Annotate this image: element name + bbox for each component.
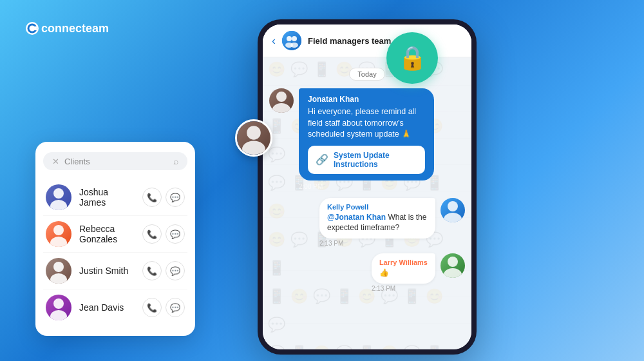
contact-name: Rebecca Gonzales (79, 224, 135, 244)
sender-name: Jonatan Khan (308, 95, 425, 104)
contact-actions: 📞 💬 (142, 188, 185, 207)
larry-avatar (440, 253, 465, 278)
phone-mockup: 😊💬📱😊💬📱😊💬📱 📱😊💬📱😊💬📱😊💬 💬📱😊💬📱😊💬📱😊 😊💬📱😊💬📱😊💬📱 … (258, 19, 477, 355)
message-time: 2:08 PM (299, 183, 434, 190)
svg-rect-2 (34, 26, 37, 30)
contact-actions: 📞 💬 (142, 261, 185, 280)
svg-point-5 (50, 200, 67, 210)
contact-actions: 📞 💬 (142, 298, 185, 317)
contact-panel: ✕ Clients ⌕ Joshua James 📞 💬 Rebecca Gon… (35, 142, 195, 336)
channel-name: Field managers team (308, 36, 391, 46)
message-text: Hi everyone, please remind all field sta… (308, 106, 425, 141)
search-icon[interactable]: ⌕ (173, 156, 178, 166)
svg-point-19 (276, 92, 287, 102)
contact-name: Jean Davis (79, 302, 135, 313)
svg-point-22 (444, 213, 462, 222)
search-text: Clients (64, 157, 168, 166)
kelly-message-text: @Jonatan Khan What is the expected timef… (327, 212, 428, 234)
incoming-message-kelly: Kelly Powell @Jonatan Khan What is the e… (269, 198, 465, 248)
date-divider: Today (269, 68, 465, 81)
link-label: System Update Instructions (334, 151, 417, 169)
phone-screen: 😊💬📱😊💬📱😊💬📱 📱😊💬📱😊💬📱😊💬 💬📱😊💬📱😊💬📱😊 😊💬📱😊💬📱😊💬📱 … (263, 24, 471, 349)
contact-item: Rebecca Gonzales 📞 💬 (43, 216, 187, 253)
larry-message-time: 2:13 PM (372, 285, 435, 292)
back-button[interactable]: ‹ (272, 34, 276, 48)
svg-point-10 (53, 298, 64, 309)
chat-area: Today Jonatan Khan Hi everyone, please (263, 57, 471, 349)
logo-svg: connecteam (26, 18, 109, 39)
larry-sender-name: Larry Williams (379, 259, 428, 266)
svg-point-11 (50, 310, 67, 320)
sender-avatar (269, 88, 294, 113)
outgoing-message: Jonatan Khan Hi everyone, please remind … (269, 88, 465, 190)
message-button[interactable]: 💬 (166, 261, 185, 280)
contact-item: Justin Smith 📞 💬 (43, 253, 187, 289)
message-button[interactable]: 💬 (166, 298, 185, 317)
jonatan-avatar (235, 119, 272, 157)
svg-point-15 (287, 36, 292, 41)
team-avatar (282, 31, 301, 50)
svg-point-13 (242, 141, 265, 157)
clear-search-icon[interactable]: ✕ (52, 157, 59, 166)
svg-point-24 (444, 268, 462, 278)
call-button[interactable]: 📞 (142, 188, 162, 207)
kelly-sender-name: Kelly Powell (327, 203, 428, 211)
svg-point-6 (53, 225, 64, 235)
contact-name: Joshua James (79, 187, 135, 208)
link-icon: 🔗 (316, 153, 328, 166)
call-button[interactable]: 📞 (142, 298, 162, 317)
avatar (46, 221, 71, 247)
lock-icon: 🔒 (398, 44, 427, 72)
message-button[interactable]: 💬 (166, 224, 185, 244)
svg-point-23 (448, 257, 458, 267)
contact-name: Justin Smith (79, 266, 135, 276)
svg-point-20 (272, 103, 290, 113)
contact-actions: 📞 💬 (142, 224, 185, 244)
kelly-message-time: 2:13 PM (319, 240, 435, 247)
search-bar[interactable]: ✕ Clients ⌕ (43, 152, 187, 170)
larry-message-text: 👍 (379, 268, 428, 278)
avatar (46, 258, 71, 284)
svg-point-16 (292, 36, 297, 41)
link-attachment[interactable]: 🔗 System Update Instructions (308, 146, 425, 174)
logo: connecteam (26, 18, 109, 39)
kelly-avatar (440, 198, 465, 222)
svg-point-4 (53, 188, 64, 199)
avatar (46, 295, 71, 320)
message-button[interactable]: 💬 (166, 188, 185, 207)
call-button[interactable]: 📞 (142, 224, 162, 244)
svg-point-7 (50, 237, 67, 247)
date-badge: Today (349, 68, 384, 81)
svg-point-12 (247, 126, 261, 140)
svg-point-21 (448, 201, 458, 211)
mention-tag: @Jonatan Khan (327, 213, 386, 222)
lock-badge: 🔒 (386, 32, 438, 84)
kelly-message-content: Kelly Powell @Jonatan Khan What is the e… (319, 198, 435, 248)
avatar (46, 184, 71, 210)
contact-item: Jean Davis 📞 💬 (43, 289, 187, 326)
svg-text:connecteam: connecteam (41, 22, 109, 35)
message-bubble-out: Jonatan Khan Hi everyone, please remind … (299, 88, 434, 190)
larry-message-content: Larry Williams 👍 2:13 PM (372, 253, 435, 292)
contact-item: Joshua James 📞 💬 (43, 179, 187, 216)
svg-point-18 (290, 43, 298, 48)
svg-point-8 (53, 262, 64, 272)
svg-point-14 (282, 31, 301, 50)
phone-header: ‹ Field managers team (263, 24, 471, 57)
svg-point-9 (50, 273, 67, 284)
call-button[interactable]: 📞 (142, 261, 162, 280)
incoming-message-larry: Larry Williams 👍 2:13 PM (269, 253, 465, 292)
